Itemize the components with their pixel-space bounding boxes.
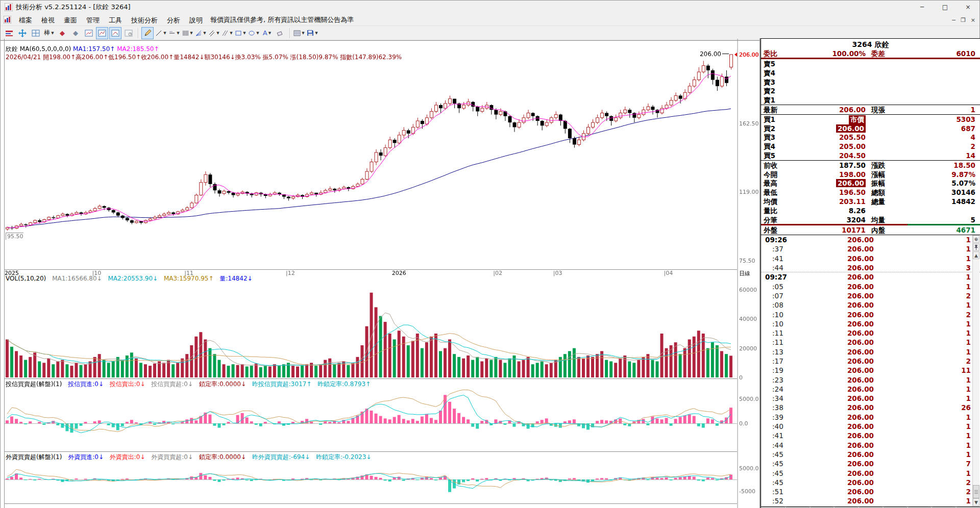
tick-cell: 206.00 [847,236,874,244]
pin-tool-button[interactable] [973,243,979,251]
volume-tick-label: 40000 [739,316,757,322]
quote-cell: 賣3 [764,78,775,87]
maximize-button[interactable]: □ [934,1,957,14]
tick-row: :45206.001 [761,469,980,478]
tick-row: :37206.001 [761,244,980,253]
price-tick-label: 75.50 [739,258,755,264]
quote-cell: 2 [971,142,975,150]
tick-cell: 206.00 [847,320,874,328]
bid-row-1: 買1市價5303 [761,115,980,124]
tick-cell: 206.00 [847,366,874,374]
inst-prev-lock: 昨鎖定率:0.8793↑ [317,380,371,388]
quote-cell: 量比 [764,207,777,216]
inst-buy: 投信買進:0↓ [68,380,104,388]
quote-cell: 4 [971,133,975,141]
quote-cell: 204.50 [839,151,866,160]
crosshair-tool-button[interactable]: ⊕ [973,235,979,243]
time-sales-list: 09:26206.001:37206.001:41206.001:44206.0… [761,235,980,507]
quote-cell: 203.11 [839,197,866,206]
date-axis-label: |03 [553,270,562,276]
quote-cell: 196.50 [839,188,866,196]
tick-cell: 1 [966,376,971,384]
scroll-up-button[interactable]: ▲ [973,251,979,259]
tick-cell: 1 [966,413,971,421]
quote-cell: 均價 [764,197,777,207]
quote-cell: 14842 [951,197,975,206]
scroll-down-button[interactable]: ▼ [973,498,979,506]
tick-cell: 1 [966,283,971,291]
inst-title: 投信買賣超(解盤)(1) [6,380,62,388]
price-tick-label: 162.50 [739,120,759,127]
tick-cell: :44 [772,264,783,272]
outer-inner-row: 外盤10171內盤4671 [761,225,980,235]
tick-row: :17206.002 [761,357,980,366]
quote-cell: 賣2 [764,87,775,96]
symbol-name: 欣銓 [6,45,18,53]
tick-cell: 206.00 [847,292,874,300]
date-axis-label: |11 [184,270,193,276]
tick-cell: 11 [961,366,971,374]
tick-scrollbar[interactable]: ⊕ ▲ ▼ [972,235,979,506]
tick-row: :52206.001 [761,496,980,505]
quote-cell: 買4 [764,142,775,151]
latest-row: 最新206.00現張1 [761,105,980,114]
tick-cell: 1 [966,450,971,459]
tick-cell: :45 [772,469,783,477]
tick-cell: :40 [772,422,783,430]
tick-cell: :10 [772,311,783,319]
quote-cell: 買3 [764,133,775,142]
quote-cell: 100.00% [832,49,866,58]
minimize-button[interactable]: ─ [911,1,934,14]
inst-tick-label: 5000.0 [739,396,759,402]
tick-row: :34206.001 [761,394,980,403]
tick-row: :39206.001 [761,413,980,422]
foreign-tick-label: -5000 [739,488,755,495]
quote-cell: 198.00 [839,170,866,179]
foreign-sell: 外資賣出:0↓ [110,453,145,461]
quote-cell: 8.26 [849,207,866,215]
tick-cell: :23 [772,376,783,384]
tick-row: :44206.001 [761,441,980,450]
mdi-minimize-button[interactable]: ─ [952,17,955,23]
vol-ma2: MA2:20553.90↓ [108,275,158,282]
foreign-prev-lock: 昨鎖定率:-0.2023↓ [316,453,371,461]
price-chart-canvas[interactable] [1,1,761,508]
tick-cell: 1 [966,329,971,337]
quote-table: 委比100.00%委差6010賣5賣4賣3賣2賣1最新206.00現張1買1市價… [761,49,980,235]
mdi-close-button[interactable]: × [971,17,975,23]
quote-cell: 賣5 [764,60,775,69]
quote-cell: 187.50 [839,161,866,169]
quote-cell: 賣1 [764,96,775,105]
tick-cell: 206.00 [847,478,874,487]
tick-row: :45206.002 [761,478,980,487]
quote-cell: 205.00 [839,142,866,150]
date-axis-label: 2026 [392,270,406,276]
quote-cell: 18.50 [953,161,975,169]
tick-cell: 206.00 [847,245,874,253]
tick-cell: :34 [772,394,783,402]
mdi-restore-button[interactable]: ❐ [961,17,966,23]
quote-cell: 總量 [871,197,885,207]
tick-cell: 206.00 [847,413,874,421]
tick-cell: 206.00 [847,422,874,430]
tick-cell: :39 [772,413,783,421]
tick-cell: 1 [966,273,971,281]
volume-pane-header: VOL(5,10,20) MA1:16566.80↓ MA2:20553.90↓… [6,274,257,283]
close-button[interactable]: × [957,1,979,14]
quote-cell: 3204 [846,216,866,224]
tick-cell: :45 [772,450,783,459]
quote-cell: 5.07% [951,179,975,187]
tick-cell: :05 [772,283,783,291]
tick-row: :07206.002 [761,291,980,300]
inst-pane-header: 投信買賣超(解盤)(1) 投信買進:0↓ 投信賣出:0↓ 投信買賣超:0↓ 鎖定… [6,380,375,389]
stat-row: 最低196.50總額30146 [761,188,980,197]
date-axis-label: 2025 [5,270,19,276]
quote-cell: 現張 [871,106,885,115]
stat-row: 均價203.11總量14842 [761,197,980,206]
tick-cell: 206.00 [847,301,874,309]
quote-cell: 5303 [956,115,975,123]
mdi-window-buttons: ─ ❐ × [952,14,975,26]
high-price-annotation: 206.00 [700,50,721,58]
quote-cell: 今開 [764,170,777,180]
scroll-thumb[interactable] [973,485,979,498]
